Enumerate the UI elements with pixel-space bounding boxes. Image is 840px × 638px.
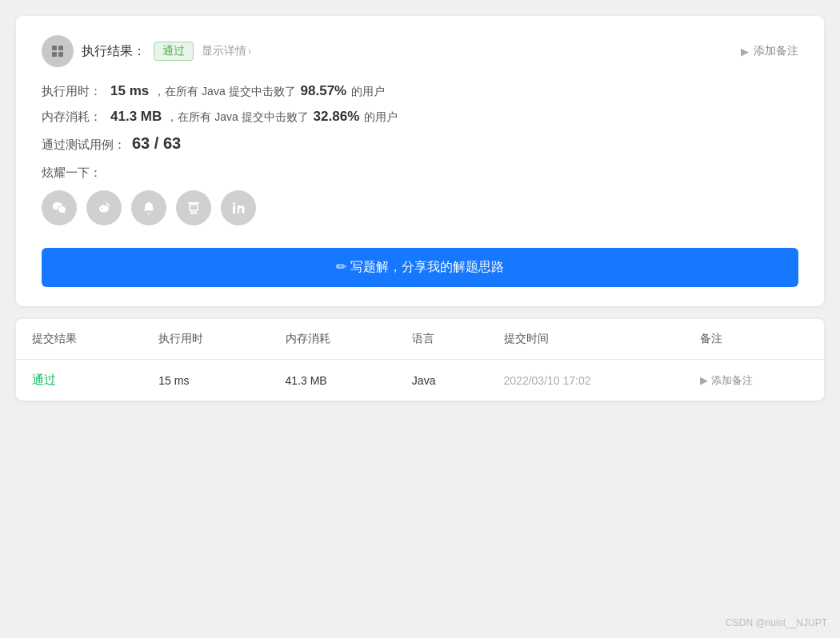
- table-row: 通过 15 ms 41.3 MB Java 2022/03/10 17:02 ▶…: [16, 360, 824, 401]
- svg-point-4: [99, 205, 109, 213]
- exec-time-percent: 98.57%: [301, 83, 347, 99]
- svg-rect-1: [58, 46, 63, 50]
- table-header-row: 提交结果 执行用时 内存消耗 语言 提交时间 备注: [16, 319, 824, 360]
- write-solution-button[interactable]: ✏ 写题解，分享我的解题思路: [42, 248, 798, 287]
- exec-time-value: 15 ms: [110, 83, 149, 99]
- testcase-row: 通过测试用例： 63 / 63: [42, 134, 798, 153]
- run-icon: [42, 35, 74, 67]
- pass-badge: 通过: [154, 42, 194, 61]
- run-label: 执行结果：: [82, 43, 146, 60]
- col-note: 备注: [684, 319, 824, 360]
- col-submit-time: 提交时间: [488, 319, 685, 360]
- svg-point-12: [233, 202, 235, 205]
- exec-time-label: 执行用时：: [42, 84, 106, 99]
- row-exec-time: 15 ms: [142, 360, 269, 401]
- exec-time-row: 执行用时： 15 ms ，在所有 Java 提交中击败了 98.57% 的用户: [42, 83, 798, 99]
- col-exec-time: 执行用时: [142, 319, 269, 360]
- mem-value: 41.3 MB: [110, 109, 162, 125]
- svg-rect-6: [188, 202, 199, 204]
- add-note-button[interactable]: ▶ 添加备注: [741, 44, 798, 58]
- svg-rect-2: [52, 52, 57, 57]
- flag-icon: ▶: [741, 46, 749, 58]
- row-language: Java: [396, 360, 488, 401]
- row-add-note-label: 添加备注: [711, 373, 753, 388]
- svg-rect-3: [58, 52, 63, 57]
- notification-icon-button[interactable]: [131, 190, 166, 225]
- mem-suffix: 的用户: [364, 110, 398, 125]
- svg-rect-11: [233, 205, 235, 213]
- social-icons: [42, 190, 798, 225]
- result-header-left: 执行结果： 通过 显示详情 ›: [42, 35, 251, 67]
- flag-small-icon: ▶: [700, 374, 708, 386]
- weibo-icon-button[interactable]: [86, 190, 122, 225]
- douban-icon-button[interactable]: [176, 190, 211, 225]
- col-memory: 内存消耗: [270, 319, 396, 360]
- row-add-note-button[interactable]: ▶ 添加备注: [700, 373, 753, 388]
- share-label: 炫耀一下：: [42, 165, 798, 181]
- submission-table: 提交结果 执行用时 内存消耗 语言 提交时间 备注 通过 15 ms 41.3 …: [16, 319, 824, 401]
- submission-history-card: 提交结果 执行用时 内存消耗 语言 提交时间 备注 通过 15 ms 41.3 …: [16, 319, 824, 401]
- mem-percent: 32.86%: [314, 109, 360, 125]
- svg-rect-0: [52, 46, 57, 50]
- show-detail-text: 显示详情: [202, 44, 246, 58]
- svg-point-5: [102, 208, 103, 209]
- row-result[interactable]: 通过: [16, 360, 142, 401]
- mem-desc: ，在所有 Java 提交中击败了: [166, 110, 308, 125]
- row-note: ▶ 添加备注: [684, 360, 824, 401]
- svg-rect-7: [190, 205, 198, 210]
- watermark: CSDN @nuist__NJUPT: [726, 617, 827, 628]
- col-language: 语言: [396, 319, 488, 360]
- svg-rect-10: [190, 213, 198, 214]
- wechat-icon-button[interactable]: [42, 190, 77, 225]
- mem-label: 内存消耗：: [42, 110, 106, 125]
- col-result: 提交结果: [16, 319, 142, 360]
- linkedin-icon-button[interactable]: [221, 190, 256, 225]
- testcase-value: 63 / 63: [132, 134, 181, 153]
- exec-time-desc: ，在所有 Java 提交中击败了: [154, 85, 295, 99]
- add-note-label: 添加备注: [754, 44, 798, 58]
- testcase-label: 通过测试用例：: [42, 138, 126, 153]
- row-memory: 41.3 MB: [270, 360, 396, 401]
- exec-time-suffix: 的用户: [351, 85, 385, 99]
- row-submit-time: 2022/03/10 17:02: [488, 360, 685, 401]
- result-card: 执行结果： 通过 显示详情 › ▶ 添加备注 执行用时： 15 ms ，在所有 …: [16, 16, 824, 306]
- chevron-icon: ›: [248, 46, 251, 57]
- show-detail-link[interactable]: 显示详情 ›: [202, 44, 251, 58]
- memory-row: 内存消耗： 41.3 MB ，在所有 Java 提交中击败了 32.86% 的用…: [42, 109, 798, 125]
- result-header: 执行结果： 通过 显示详情 › ▶ 添加备注: [42, 35, 798, 67]
